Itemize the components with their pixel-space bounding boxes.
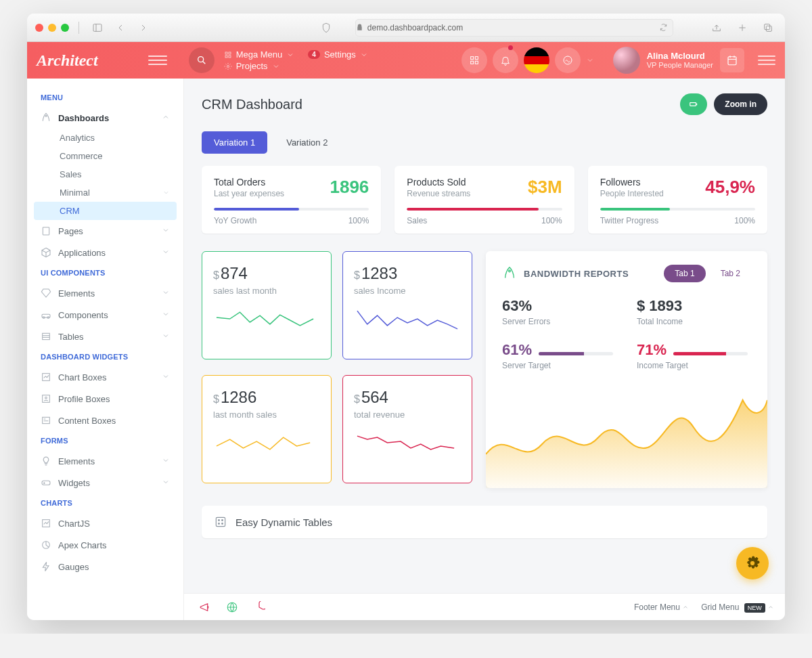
zoom-button[interactable]: Zoom in xyxy=(714,93,767,115)
svg-rect-0 xyxy=(93,24,102,31)
sidebar-sub-crm[interactable]: CRM xyxy=(34,202,177,220)
svg-rect-4 xyxy=(765,24,770,29)
settings-fab[interactable] xyxy=(736,547,769,579)
settings-badge: 4 xyxy=(308,50,320,59)
svg-rect-34 xyxy=(42,481,50,485)
sidebar-item-chartboxes[interactable]: Chart Boxes xyxy=(27,366,183,388)
brand-logo[interactable]: Architect xyxy=(37,51,98,70)
svg-rect-9 xyxy=(229,52,231,54)
settings-link[interactable]: Settings xyxy=(324,49,356,60)
diamond-icon xyxy=(41,288,51,299)
new-tab-icon[interactable] xyxy=(734,20,751,35)
sidebar-item-pages[interactable]: Pages xyxy=(27,220,183,242)
language-flag[interactable] xyxy=(524,47,549,73)
rocket-icon xyxy=(502,266,517,281)
sidebar-item-elements[interactable]: Elements xyxy=(27,282,183,304)
table-icon xyxy=(41,331,51,342)
footer-menu-link[interactable]: Footer Menu xyxy=(634,602,689,612)
content-icon xyxy=(41,415,51,426)
stat-card-orders: Total OrdersLast year expenses1896 YoY G… xyxy=(202,166,381,234)
tabs-icon[interactable] xyxy=(759,20,777,35)
sidebar-heading-forms: FORMS xyxy=(27,431,183,450)
sidebar-sub-commerce[interactable]: Commerce xyxy=(27,147,183,165)
sidebar-item-profileboxes[interactable]: Profile Boxes xyxy=(27,388,183,410)
chevron-down-icon xyxy=(162,478,170,486)
sidebar-item-components[interactable]: Components xyxy=(27,304,183,326)
chevron-down-icon xyxy=(162,288,170,297)
sidebar-heading-charts: CHARTS xyxy=(27,494,183,512)
sidebar-item-dashboards[interactable]: Dashboards xyxy=(27,107,183,129)
sidebar-item-tables[interactable]: Tables xyxy=(27,326,183,347)
dice-icon xyxy=(214,515,227,529)
sidebar-item-applications[interactable]: Applications xyxy=(27,242,183,263)
sidebar-heading-menu: MENU xyxy=(27,88,183,107)
battery-button[interactable] xyxy=(680,93,707,115)
calendar-button[interactable] xyxy=(720,48,744,72)
avatar xyxy=(613,47,640,74)
lock-icon xyxy=(356,24,363,31)
sidebar: MENU Dashboards Analytics Commerce Sales… xyxy=(27,79,184,620)
pie-icon xyxy=(41,540,51,550)
notifications-button[interactable] xyxy=(493,47,518,73)
svg-rect-5 xyxy=(766,26,771,31)
bandwidth-tab-2[interactable]: Tab 2 xyxy=(710,265,751,282)
megaphone-icon[interactable] xyxy=(195,597,215,617)
gamepad-icon xyxy=(41,477,51,488)
globe-icon[interactable] xyxy=(222,597,242,617)
share-icon[interactable] xyxy=(708,20,725,35)
bolt-icon xyxy=(41,561,51,572)
sidebar-item-form-elements[interactable]: Elements xyxy=(27,450,183,472)
maximize-window[interactable] xyxy=(61,24,69,32)
close-window[interactable] xyxy=(35,24,43,32)
chevron-up-icon xyxy=(682,604,689,611)
right-hamburger[interactable] xyxy=(758,56,775,65)
car-icon xyxy=(41,309,51,320)
sidebar-sub-sales[interactable]: Sales xyxy=(27,165,183,183)
profile-icon xyxy=(41,393,51,404)
dynamic-tables-section[interactable]: Easy Dynamic Tables xyxy=(202,506,767,538)
chevron-down-icon xyxy=(272,62,280,70)
shield-icon[interactable] xyxy=(317,20,335,35)
projects-link[interactable]: Projects xyxy=(236,61,268,71)
sidebar-sub-analytics[interactable]: Analytics xyxy=(27,129,183,147)
main-content: CRM Dashboard Zoom in Variation 1 Variat… xyxy=(184,79,785,620)
svg-point-32 xyxy=(45,397,47,399)
activity-button[interactable] xyxy=(555,47,581,73)
chevron-down-icon xyxy=(162,332,170,340)
sidebar-sub-minimal[interactable]: Minimal xyxy=(27,183,183,202)
mega-menu-link[interactable]: Mega Menu xyxy=(236,49,283,60)
grid-menu-link[interactable]: Grid Menu NEW xyxy=(701,602,774,612)
pages-icon xyxy=(41,225,51,236)
sidebar-item-chartjs[interactable]: ChartJS xyxy=(27,512,183,534)
svg-rect-18 xyxy=(728,57,736,65)
forward-button[interactable] xyxy=(135,20,152,35)
search-button[interactable] xyxy=(189,47,215,73)
back-button[interactable] xyxy=(112,20,129,35)
sidebar-toggle-icon[interactable] xyxy=(89,20,106,35)
stat-card-products: Products SoldRevenue streams$3M Sales100… xyxy=(394,166,574,234)
sidebar-item-apex[interactable]: Apex Charts xyxy=(27,534,183,556)
sidebar-item-form-widgets[interactable]: Widgets xyxy=(27,472,183,494)
stat-card-followers: FollowersPeople Interested45,9% Twitter … xyxy=(588,166,767,234)
app-topbar: Architect Mega Menu 4 Settings Projects xyxy=(27,42,785,79)
pie-icon[interactable] xyxy=(249,597,269,617)
minimize-window[interactable] xyxy=(48,24,56,32)
user-menu[interactable]: Alina Mclourd VP People Manager xyxy=(613,47,775,74)
chevron-up-icon xyxy=(767,604,774,611)
mini-card-total-revenue: $564 total revenue xyxy=(342,375,472,483)
chart-icon xyxy=(41,518,51,529)
grid-apps-button[interactable] xyxy=(461,47,487,73)
svg-point-45 xyxy=(219,523,220,525)
sidebar-item-contentboxes[interactable]: Content Boxes xyxy=(27,410,183,431)
reload-icon[interactable] xyxy=(660,24,667,31)
sidebar-item-gauges[interactable]: Gauges xyxy=(27,556,183,577)
tab-variation-2[interactable]: Variation 2 xyxy=(274,131,340,154)
svg-rect-10 xyxy=(225,56,227,58)
url-bar[interactable]: demo.dashboardpack.com xyxy=(355,19,673,37)
sidebar-heading-widgets: DASHBOARD WIDGETS xyxy=(27,347,183,366)
bandwidth-tab-1[interactable]: Tab 1 xyxy=(664,265,705,282)
tab-variation-1[interactable]: Variation 1 xyxy=(202,131,267,154)
chevron-down-icon[interactable] xyxy=(586,56,594,64)
sidebar-hamburger[interactable] xyxy=(148,56,167,65)
user-name: Alina Mclourd xyxy=(647,51,713,62)
